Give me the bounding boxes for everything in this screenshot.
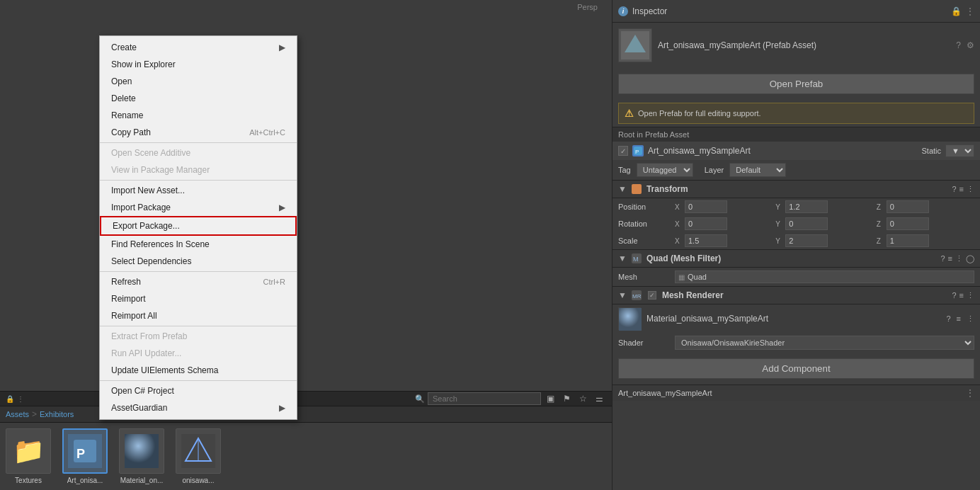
ctx-item-import_new_asset[interactable]: Import New Asset... [100, 182, 297, 199]
asset-item-onisawa[interactable]: onisawa... [176, 428, 221, 484]
ctx-item-refresh[interactable]: RefreshCtrl+R [100, 273, 297, 290]
inspector-menu-icon[interactable]: ⋮ [966, 6, 974, 16]
ctx-item-find_references[interactable]: Find References In Scene [100, 236, 297, 253]
bottom-toolbar: 🔒 ⋮ 🔍 ▣ ⚑ ☆ ⚌ [0, 392, 612, 406]
ctx-item-show_in_explorer[interactable]: Show in Explorer [100, 56, 297, 73]
ctx-item-label-reimport: Reimport [111, 294, 146, 304]
asset-thumb-material_on [119, 428, 164, 474]
mesh-renderer-expand-icon[interactable]: ▼ [618, 290, 627, 300]
asset-item-art_onisa[interactable]: PArt_onisa... [62, 428, 108, 484]
mesh-renderer-icon: MR [631, 290, 642, 301]
rotation-z-input[interactable] [887, 217, 929, 230]
ctx-item-import_package[interactable]: Import Package▶ [100, 199, 297, 216]
open-prefab-button[interactable]: Open Prefab [618, 74, 974, 94]
breadcrumb-assets[interactable]: Assets [6, 410, 29, 418]
mesh-renderer-active-checkbox[interactable]: ✓ [648, 291, 656, 300]
rotation-x-field: X [675, 217, 773, 230]
ctx-item-create[interactable]: Create▶ [100, 39, 297, 56]
transform-expand-icon[interactable]: ▼ [618, 184, 627, 194]
inspector-bottom-menu-icon[interactable]: ⋮ [966, 388, 974, 398]
scale-z-input[interactable] [887, 234, 929, 247]
mesh-renderer-name: Mesh Renderer [662, 290, 948, 300]
rotation-z-field: Z [877, 217, 974, 230]
transform-menu-btn[interactable]: ⋮ [967, 185, 974, 194]
layer-select[interactable]: Default [729, 163, 786, 177]
ctx-item-select_dependencies[interactable]: Select Dependencies [100, 253, 297, 270]
breadcrumb-exhibitors[interactable]: Exhibitors [40, 410, 74, 418]
mesh-filter-expand-icon[interactable]: ▼ [618, 253, 627, 263]
position-y-input[interactable] [785, 200, 828, 213]
search-input[interactable] [428, 392, 541, 405]
ctx-item-reimport[interactable]: Reimport [100, 290, 297, 307]
ctx-item-label-open_scene_additive: Open Scene Additive [111, 148, 190, 158]
ctx-item-label-view_package_manager: View in Package Manager [111, 165, 210, 175]
material-name-label: Material_onisawa_mySampleArt [646, 314, 940, 324]
ctx-item-label-run_api_updater: Run API Updater... [111, 348, 181, 358]
ctx-item-label-open_csharp: Open C# Project [111, 386, 174, 396]
asset-store-icon[interactable]: ▣ [544, 392, 557, 405]
ctx-item-export_package[interactable]: Export Package... [100, 216, 297, 236]
mesh-renderer-help-btn[interactable]: ? [952, 291, 956, 300]
scale-y-field: Y [775, 234, 873, 247]
mesh-filter-menu-btn[interactable]: ⋮ [955, 254, 963, 263]
ctx-arrow-asset_guardian: ▶ [279, 403, 285, 413]
ctx-item-open[interactable]: Open [100, 73, 297, 90]
asset-thumb-onisawa [176, 428, 221, 474]
asset-item-textures[interactable]: 📁Textures [6, 428, 51, 484]
shader-select[interactable]: Onisawa/OnisawaKirieShader [675, 336, 974, 350]
rotation-y-input[interactable] [785, 217, 828, 230]
rotation-x-input[interactable] [685, 217, 727, 230]
static-label: Static [921, 147, 941, 155]
ctx-item-label-extract_from_prefab: Extract From Prefab [111, 331, 187, 341]
position-z-input[interactable] [887, 200, 929, 213]
asset-settings-icon[interactable]: ⚙ [967, 40, 974, 50]
ctx-item-rename[interactable]: Rename [100, 107, 297, 124]
inspector-header: i Inspector 🔒 ⋮ [612, 0, 980, 23]
svg-rect-32 [619, 308, 642, 331]
context-menu: Create▶Show in ExplorerOpenDeleteRenameC… [99, 35, 297, 420]
mesh-label: Mesh [618, 273, 675, 281]
ctx-item-update_uielements[interactable]: Update UIElements Schema [100, 362, 297, 379]
tag-select[interactable]: Untagged [637, 163, 693, 177]
tag-label: Tag [618, 166, 631, 174]
asset-item-material_on[interactable]: Material_on... [119, 428, 164, 484]
mesh-filter-name: Quad (Mesh Filter) [646, 253, 937, 263]
ctx-item-copy_path[interactable]: Copy PathAlt+Ctrl+C [100, 124, 297, 141]
transform-help-btn[interactable]: ? [952, 185, 956, 194]
material-preset-btn[interactable]: ≡ [957, 314, 961, 323]
ctx-item-label-update_uielements: Update UIElements Schema [111, 365, 218, 375]
add-component-button[interactable]: Add Component [618, 358, 974, 379]
transform-preset-btn[interactable]: ≡ [959, 185, 964, 194]
mesh-filter-help-btn[interactable]: ? [940, 254, 945, 263]
scale-x-field: X [675, 234, 773, 247]
static-dropdown[interactable]: ▼ [945, 144, 974, 157]
ctx-item-asset_guardian[interactable]: AssetGuardian▶ [100, 399, 297, 416]
material-menu-btn[interactable]: ⋮ [967, 314, 974, 324]
mesh-filter-preset-btn[interactable]: ≡ [948, 254, 952, 263]
ctx-item-label-delete: Delete [111, 93, 136, 103]
breadcrumb: Assets > Exhibitors [0, 406, 612, 423]
prefab-active-checkbox[interactable]: ✓ [618, 146, 628, 156]
ctx-arrow-import_package: ▶ [279, 203, 285, 212]
ctx-item-delete[interactable]: Delete [100, 90, 297, 107]
ctx-item-reimport_all[interactable]: Reimport All [100, 307, 297, 324]
ctx-item-label-show_in_explorer: Show in Explorer [111, 59, 176, 69]
asset-help-icon[interactable]: ? [956, 40, 961, 50]
scale-y-input[interactable] [785, 234, 828, 247]
filter-icon[interactable]: ⚌ [593, 392, 606, 405]
position-x-input[interactable] [685, 200, 727, 213]
rotation-y-axis: Y [775, 220, 784, 228]
ctx-item-open_csharp[interactable]: Open C# Project [100, 382, 297, 399]
mesh-renderer-preset-btn[interactable]: ≡ [959, 291, 964, 300]
inspector-lock-icon[interactable]: 🔒 [951, 6, 962, 16]
starred-icon[interactable]: ☆ [576, 392, 590, 405]
bookmark-icon[interactable]: ⚑ [560, 392, 574, 405]
transform-component-header: ▼ Transform ? ≡ ⋮ [612, 180, 980, 198]
position-z-field: Z [877, 200, 974, 213]
mesh-filter-circle-btn[interactable]: ◯ [966, 254, 974, 263]
scale-x-input[interactable] [685, 234, 727, 247]
ctx-separator [100, 180, 297, 181]
mesh-renderer-menu-btn[interactable]: ⋮ [967, 291, 974, 300]
material-help-btn[interactable]: ? [946, 314, 950, 323]
ctx-item-run_api_updater: Run API Updater... [100, 345, 297, 362]
